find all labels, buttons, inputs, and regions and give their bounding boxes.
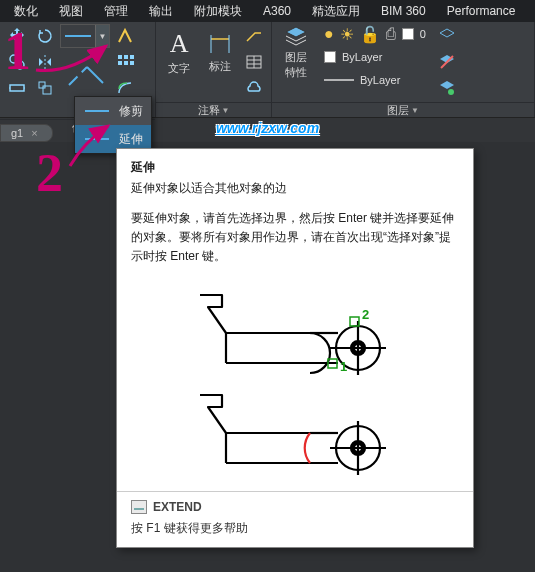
rotate-icon[interactable] (32, 24, 58, 48)
mirror-icon[interactable] (32, 50, 58, 74)
menu-bim360[interactable]: BIM 360 (371, 2, 436, 20)
layers-icon (282, 24, 310, 48)
linetype-control[interactable]: ByLayer (324, 70, 426, 90)
text-button[interactable]: A 文字 (160, 24, 199, 80)
svg-rect-3 (39, 82, 45, 88)
plot-icon: ⎙ (386, 25, 396, 43)
fillet-icon[interactable] (112, 24, 138, 48)
svg-line-7 (69, 67, 87, 85)
copy-icon[interactable] (4, 50, 30, 74)
svg-line-8 (87, 67, 103, 83)
lock-icon: 🔓 (360, 25, 380, 44)
array-icon[interactable] (112, 50, 138, 74)
layer-state-row[interactable]: ● ☀ 🔓 ⎙ 0 (324, 24, 426, 44)
text-icon: A (170, 29, 189, 59)
panel-layer-footer[interactable]: 图层▼ (272, 102, 534, 118)
tooltip-title: 延伸 (131, 159, 459, 176)
menu-manage[interactable]: 管理 (94, 1, 138, 22)
svg-rect-14 (130, 61, 134, 65)
close-icon[interactable]: × (31, 127, 37, 139)
svg-rect-12 (118, 61, 122, 65)
layer-match-icon[interactable] (434, 76, 460, 100)
tooltip-diagram: 2 1 (131, 275, 459, 481)
layer-off-icon[interactable] (434, 50, 460, 74)
svg-rect-9 (118, 55, 122, 59)
watermark: www.rjzxw.com (216, 120, 319, 136)
panel-annot-footer[interactable]: 注释▼ (156, 102, 271, 118)
svg-point-1 (16, 61, 24, 69)
extended-tooltip: 延伸 延伸对象以适合其他对象的边 要延伸对象，请首先选择边界，然后按 Enter… (116, 148, 474, 548)
menu-featured[interactable]: 精选应用 (302, 1, 370, 22)
menu-view[interactable]: 视图 (49, 1, 93, 22)
dimension-button[interactable]: 标注 (201, 24, 240, 80)
svg-text:2: 2 (362, 307, 369, 322)
color-swatch-icon (324, 51, 336, 63)
tooltip-command: EXTEND (117, 492, 473, 516)
svg-rect-11 (130, 55, 134, 59)
menu-performance[interactable]: Performance (437, 2, 526, 20)
lightbulb-icon: ● (324, 25, 334, 43)
tooltip-subtitle: 延伸对象以适合其他对象的边 (131, 180, 459, 197)
menubar: 数化 视图 管理 输出 附加模块 A360 精选应用 BIM 360 Perfo… (0, 0, 535, 22)
trim-icon (63, 55, 107, 95)
linetype-icon (324, 76, 354, 84)
tooltip-body: 要延伸对象，请首先选择边界，然后按 Enter 键并选择要延伸的对象。要将所有对… (131, 209, 459, 267)
menu-a360[interactable]: A360 (253, 2, 301, 20)
dimension-icon (207, 31, 233, 57)
color-control[interactable]: ByLayer (324, 47, 426, 67)
command-icon (131, 500, 147, 514)
table-icon[interactable] (241, 50, 267, 74)
svg-rect-13 (124, 61, 128, 65)
cloud-icon[interactable] (241, 76, 267, 100)
stretch-icon[interactable] (4, 76, 30, 100)
svg-point-24 (448, 89, 454, 95)
layer-iso-icon[interactable] (434, 24, 460, 48)
scale-icon[interactable] (32, 76, 58, 100)
trim-split-button[interactable]: ▼ (60, 24, 110, 48)
tooltip-help: 按 F1 键获得更多帮助 (117, 516, 473, 547)
flyout-trim[interactable]: 修剪 (75, 97, 151, 125)
sun-icon: ☀ (340, 25, 354, 44)
menu-addins[interactable]: 附加模块 (184, 1, 252, 22)
svg-rect-2 (10, 85, 24, 91)
layer-properties-button[interactable]: 图层 特性 (276, 24, 316, 80)
trim-flyout: 修剪 延伸 (74, 96, 152, 154)
menu-output[interactable]: 输出 (139, 1, 183, 22)
svg-rect-4 (43, 86, 51, 94)
svg-text:1: 1 (340, 359, 347, 374)
layer-color-swatch (402, 28, 414, 40)
menu-parametric[interactable]: 数化 (4, 1, 48, 22)
leader-icon[interactable] (241, 24, 267, 48)
move-icon[interactable] (4, 24, 30, 48)
drawing-tab[interactable]: g1× (0, 124, 53, 142)
chevron-down-icon[interactable]: ▼ (95, 25, 109, 47)
svg-rect-10 (124, 55, 128, 59)
